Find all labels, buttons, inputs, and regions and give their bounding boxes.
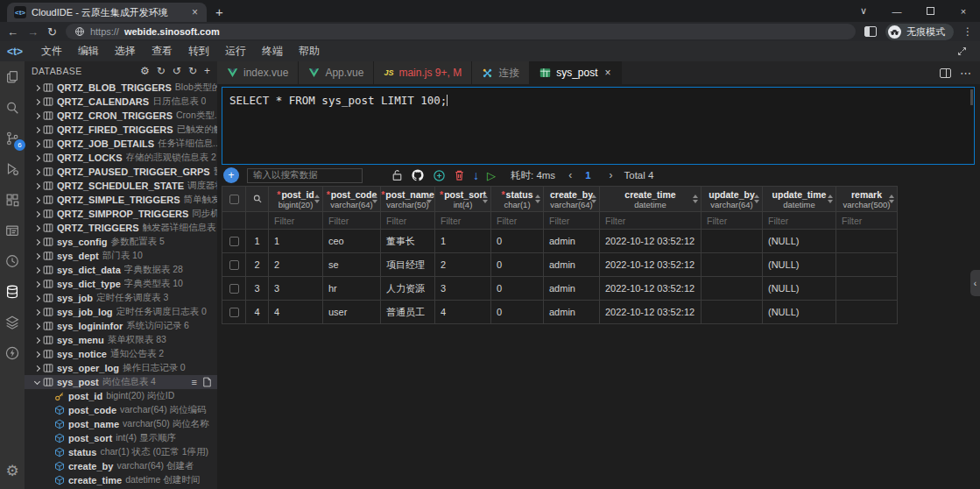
chevron-right-icon[interactable] — [34, 196, 40, 202]
window-maximize-icon[interactable] — [913, 0, 947, 22]
sort-icon[interactable] — [427, 195, 432, 203]
sort-icon[interactable] — [535, 195, 540, 203]
cell-create_by[interactable]: admin — [544, 301, 600, 324]
tree-item-QRTZ_SIMPLE_TRIGGERS[interactable]: QRTZ_SIMPLE_TRIGGERS简单触发... — [25, 193, 217, 207]
cell-status[interactable]: 0 — [491, 277, 544, 301]
filter-input-post_name[interactable]: Filter — [381, 212, 435, 230]
chevron-right-icon[interactable] — [34, 168, 40, 174]
chevron-right-icon[interactable] — [34, 98, 40, 104]
database-icon[interactable] — [4, 283, 21, 301]
settings-gear-icon[interactable]: ⚙ — [5, 462, 18, 480]
collapse-panel-handle[interactable]: ‹ — [970, 270, 980, 296]
address-bar[interactable]: https://webide.sinosoft.com — [66, 24, 856, 39]
chevron-right-icon[interactable] — [34, 112, 40, 118]
menu-item[interactable]: 转到 — [180, 42, 217, 60]
layers-icon[interactable] — [4, 314, 21, 331]
tree-item-sys_dict_data[interactable]: sys_dict_data字典数据表 28 — [25, 263, 217, 277]
chevron-right-icon[interactable] — [34, 365, 40, 371]
column-header-update_time[interactable]: update_timedatetime — [763, 186, 836, 212]
cell-create_by[interactable]: admin — [544, 230, 600, 253]
db-add-icon[interactable]: + — [204, 65, 210, 77]
sort-icon[interactable] — [372, 195, 377, 203]
filter-input-update_time[interactable]: Filter — [763, 212, 836, 230]
sort-icon[interactable] — [693, 195, 698, 203]
sql-editor[interactable]: SELECT * FROM sys_post LIMIT 100; — [222, 87, 975, 165]
github-icon[interactable] — [411, 168, 425, 182]
cell-post_code[interactable]: ceo — [323, 230, 381, 253]
split-editor-icon[interactable] — [940, 68, 951, 78]
tree-item-QRTZ_SCHEDULER_STATE[interactable]: QRTZ_SCHEDULER_STATE调度器状... — [25, 179, 217, 193]
chevron-right-icon[interactable] — [34, 210, 40, 216]
sort-icon[interactable] — [314, 195, 320, 203]
filter-input-create_time[interactable]: Filter — [600, 212, 702, 230]
cell-create_time[interactable]: 2022-10-12 03:52:12 — [600, 253, 702, 277]
back-icon[interactable]: ← — [7, 25, 18, 39]
column-header-post_name[interactable]: *post_namevarchar(50) — [381, 186, 435, 212]
cell-create_time[interactable]: 2022-10-12 03:52:12 — [600, 301, 702, 324]
row-checkbox[interactable] — [222, 277, 246, 301]
tree-item-QRTZ_TRIGGERS[interactable]: QRTZ_TRIGGERS触发器详细信息表 3 — [25, 221, 217, 235]
cell-post_id[interactable]: 4 — [269, 301, 323, 324]
menu-item[interactable]: 帮助 — [291, 42, 328, 60]
table-row[interactable]: 33hr人力资源30admin2022-10-12 03:52:12(NULL) — [222, 277, 898, 301]
cell-update_time[interactable]: (NULL) — [763, 277, 836, 301]
cell-post_sort[interactable]: 4 — [435, 301, 491, 324]
cell-post_sort[interactable]: 2 — [435, 253, 491, 277]
column-header-status[interactable]: *statuschar(1) — [491, 186, 544, 212]
tree-item-sys_job[interactable]: sys_job定时任务调度表 3 — [25, 291, 217, 305]
tree-item-QRTZ_CRON_TRIGGERS[interactable]: QRTZ_CRON_TRIGGERSCron类型... — [25, 109, 217, 123]
tree-item-sys_logininfor[interactable]: sys_logininfor系统访问记录 6 — [25, 319, 217, 333]
tab-close-icon[interactable]: × — [605, 67, 611, 79]
cell-remark[interactable] — [836, 277, 898, 301]
tree-item-QRTZ_LOCKS[interactable]: QRTZ_LOCKS存储的悲观锁信息表 2 — [25, 151, 217, 165]
cell-post_name[interactable]: 普通员工 — [381, 301, 435, 324]
column-header-create_time[interactable]: create_timedatetime — [600, 186, 702, 212]
extensions-icon[interactable] — [4, 191, 21, 209]
editor-tab-连接[interactable]: 连接 — [472, 61, 530, 84]
db-settings-icon[interactable]: ⚙ — [140, 65, 150, 77]
page-prev-icon[interactable]: ‹ — [568, 169, 572, 181]
sort-icon[interactable] — [754, 195, 759, 203]
more-actions-icon[interactable]: ⋯ — [960, 67, 971, 80]
chevron-right-icon[interactable] — [34, 238, 40, 244]
tree-item-post_id[interactable]: post_idbigint(20) 岗位ID — [25, 389, 217, 403]
table-row[interactable]: 44user普通员工40admin2022-10-12 03:52:12(NUL… — [222, 301, 898, 324]
cell-update_by[interactable] — [702, 277, 763, 301]
cell-update_by[interactable] — [702, 230, 763, 253]
sort-icon[interactable] — [591, 195, 596, 203]
chevron-right-icon[interactable] — [34, 252, 40, 259]
window-minimize-icon[interactable]: — — [880, 0, 913, 22]
chevron-right-icon[interactable] — [34, 266, 40, 273]
menu-item[interactable]: 选择 — [107, 42, 144, 60]
filter-input-create_by[interactable]: Filter — [544, 212, 600, 230]
explorer-icon[interactable] — [4, 68, 21, 86]
window-close-icon[interactable]: × — [947, 0, 980, 22]
forward-icon[interactable]: → — [27, 25, 39, 39]
cell-post_code[interactable]: user — [323, 301, 381, 324]
tab-close-icon[interactable]: × — [190, 6, 200, 18]
current-page[interactable]: 1 — [585, 170, 590, 181]
chevron-right-icon[interactable] — [34, 182, 40, 188]
tree-item-create_by[interactable]: create_byvarchar(64) 创建者 — [25, 459, 217, 473]
filter-input-status[interactable]: Filter — [491, 212, 544, 230]
column-header-post_code[interactable]: *post_codevarchar(64) — [323, 186, 381, 212]
menu-item[interactable]: 终端 — [254, 42, 291, 60]
run-query-icon[interactable]: ▷ — [487, 169, 496, 182]
row-checkbox[interactable] — [222, 253, 246, 277]
editor-tab-App.vue[interactable]: App.vue — [299, 61, 374, 84]
cell-create_by[interactable]: admin — [544, 277, 600, 301]
tree-item-QRTZ_SIMPROP_TRIGGERS[interactable]: QRTZ_SIMPROP_TRIGGERS同步机... — [25, 207, 217, 221]
tree-item-sys_notice[interactable]: sys_notice通知公告表 2 — [25, 347, 217, 361]
chevron-down-icon[interactable] — [34, 378, 40, 384]
column-header-post_sort[interactable]: *post_sortint(4) — [435, 186, 491, 212]
fullscreen-icon[interactable] — [956, 46, 968, 57]
tree-item-sys_menu[interactable]: sys_menu菜单权限表 83 — [25, 333, 217, 347]
view-data-icon[interactable]: ≡ — [192, 377, 197, 387]
app-preview-icon[interactable] — [4, 222, 21, 239]
cell-post_name[interactable]: 董事长 — [381, 230, 435, 253]
column-header-create_by[interactable]: create_byvarchar(64) — [544, 186, 600, 212]
db-history-icon[interactable]: ↺ — [173, 65, 181, 77]
new-tab-button[interactable]: + — [215, 4, 223, 19]
tree-item-QRTZ_CALENDARS[interactable]: QRTZ_CALENDARS日历信息表 0 — [25, 95, 217, 109]
cell-post_id[interactable]: 3 — [269, 277, 323, 301]
